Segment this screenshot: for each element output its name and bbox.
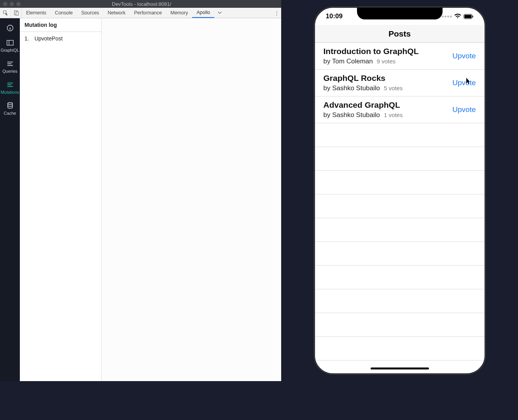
status-time: 10:09: [326, 12, 343, 20]
empty-row: [315, 171, 485, 194]
mutation-detail-pane: [102, 18, 281, 381]
svg-rect-1: [16, 12, 18, 15]
lines-icon: [6, 81, 14, 88]
simulator-area: 10:09 Posts Introduction to GraphQLby To: [281, 0, 518, 420]
posts-list[interactable]: Introduction to GraphQLby Tom Coleman9 v…: [315, 43, 485, 362]
device-toggle-icon[interactable]: [11, 8, 22, 18]
tab-elements[interactable]: Elements: [22, 8, 51, 18]
post-title: Introduction to GraphQL: [324, 47, 419, 56]
empty-row: [315, 337, 485, 360]
empty-row: [315, 218, 485, 242]
sidebar-item-mutations[interactable]: Mutations: [0, 77, 20, 97]
post-author: by Tom Coleman: [324, 58, 373, 65]
battery-icon: [464, 14, 474, 19]
post-subline: by Tom Coleman9 votes: [324, 58, 419, 65]
window-title: DevTools - localhost:8081/: [23, 1, 260, 7]
svg-rect-3: [7, 40, 13, 46]
kebab-menu-icon[interactable]: ⋮: [272, 8, 281, 18]
empty-row: [315, 360, 485, 362]
svg-rect-13: [464, 15, 471, 18]
apollo-content: Mutation log 1. UpvotePost: [20, 18, 281, 381]
sidebar-label: Mutations: [1, 90, 19, 94]
upvote-button[interactable]: Upvote: [452, 105, 476, 114]
sidebar-label: Queries: [2, 69, 18, 74]
devtools-tabbar: Elements Console Sources Network Perform…: [0, 8, 281, 18]
panel-icon: [6, 39, 14, 46]
empty-row: [315, 147, 485, 171]
svg-point-11: [8, 103, 12, 105]
post-subline: by Sashko Stubailo1 votes: [324, 111, 403, 119]
sidebar-label: Cache: [4, 111, 16, 116]
post-row[interactable]: Introduction to GraphQLby Tom Coleman9 v…: [315, 43, 485, 70]
tabs-overflow-icon[interactable]: [214, 8, 225, 18]
post-author: by Sashko Stubailo: [324, 111, 380, 119]
home-indicator[interactable]: [371, 368, 429, 369]
post-votes: 9 votes: [377, 58, 396, 65]
mutation-log-header: Mutation log: [20, 18, 101, 32]
empty-row: [315, 194, 485, 218]
apollo-sidebar: GraphiQL Queries Mutations: [0, 18, 20, 381]
svg-rect-14: [472, 16, 473, 18]
tab-network[interactable]: Network: [103, 8, 130, 18]
mutation-name: UpvotePost: [35, 35, 63, 42]
database-icon: [6, 102, 14, 109]
upvote-button[interactable]: Upvote: [452, 52, 476, 60]
empty-row: [315, 266, 485, 289]
sidebar-label: GraphiQL: [1, 48, 19, 52]
post-row[interactable]: GraphQL Rocksby Sashko Stubailo5 votesUp…: [315, 70, 485, 96]
phone-notch: [357, 8, 443, 19]
devtools-window: DevTools - localhost:8081/ Elements Cons…: [0, 0, 281, 381]
nav-title: Posts: [388, 29, 411, 38]
tab-memory[interactable]: Memory: [166, 8, 192, 18]
apollo-logo-icon[interactable]: [0, 21, 20, 34]
tab-performance[interactable]: Performance: [130, 8, 166, 18]
traffic-lights[interactable]: [3, 2, 21, 6]
mutation-row[interactable]: 1. UpvotePost: [20, 32, 101, 45]
phone-navbar: Posts: [315, 25, 485, 43]
post-votes: 1 votes: [384, 112, 402, 118]
sidebar-item-queries[interactable]: Queries: [0, 56, 20, 76]
empty-row: [315, 289, 485, 313]
signal-icon: [442, 16, 452, 18]
inspect-icon[interactable]: [0, 8, 11, 18]
post-title: GraphQL Rocks: [324, 74, 403, 83]
post-row[interactable]: Advanced GraphQLby Sashko Stubailo1 vote…: [315, 96, 485, 123]
empty-row: [315, 313, 485, 337]
apollo-panel: GraphiQL Queries Mutations: [0, 18, 281, 381]
empty-row: [315, 242, 485, 266]
tab-apollo[interactable]: Apollo: [192, 8, 214, 18]
lines-icon: [6, 60, 14, 67]
tab-console[interactable]: Console: [51, 8, 77, 18]
post-votes: 5 votes: [384, 85, 402, 91]
mutation-index: 1.: [24, 35, 29, 42]
sidebar-item-cache[interactable]: Cache: [0, 98, 20, 118]
window-titlebar: DevTools - localhost:8081/: [0, 0, 281, 8]
empty-row: [315, 123, 485, 147]
upvote-button[interactable]: Upvote: [452, 79, 476, 87]
post-author: by Sashko Stubailo: [324, 84, 380, 92]
tab-sources[interactable]: Sources: [77, 8, 103, 18]
wifi-icon: [454, 14, 461, 19]
mutation-log-list: Mutation log 1. UpvotePost: [20, 18, 102, 381]
sidebar-item-graphiql[interactable]: GraphiQL: [0, 35, 20, 55]
phone-frame: 10:09 Posts Introduction to GraphQLby To: [314, 7, 485, 374]
post-title: Advanced GraphQL: [324, 100, 403, 110]
post-subline: by Sashko Stubailo5 votes: [324, 84, 403, 92]
